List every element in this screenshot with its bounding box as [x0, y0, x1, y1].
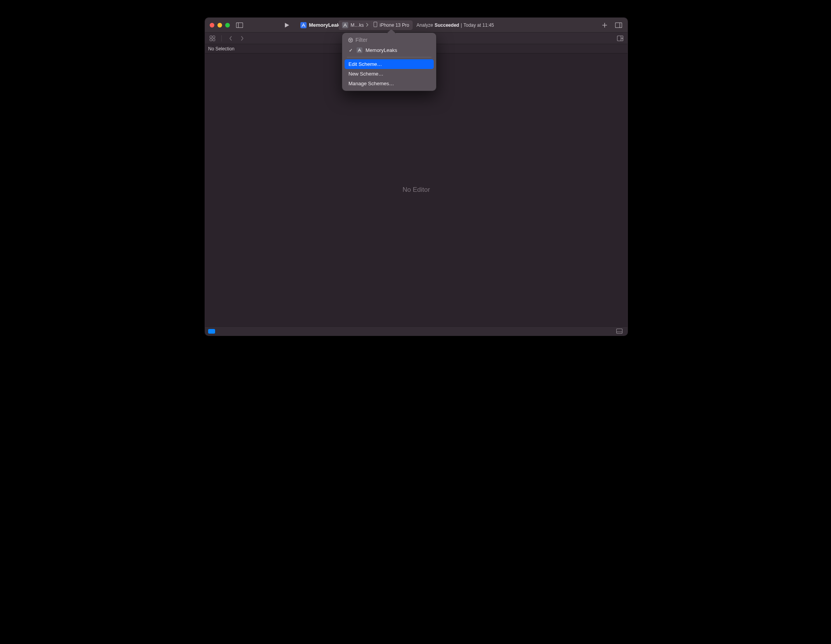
app-icon: [300, 22, 307, 28]
scheme-filter-row: [345, 35, 434, 45]
scheme-menu-popover: ✓ MemoryLeaks Edit Scheme… New Scheme… M…: [342, 33, 436, 91]
editor-placeholder: No Editor: [403, 186, 430, 194]
device-icon: [374, 22, 378, 28]
divider: [221, 35, 222, 41]
svg-rect-8: [210, 36, 212, 38]
menu-edit-scheme[interactable]: Edit Scheme…: [345, 59, 434, 69]
chevron-right-icon: [366, 22, 369, 28]
svg-rect-16: [617, 329, 622, 334]
status-result: Succeeded: [434, 22, 459, 28]
app-icon-small: [342, 22, 348, 28]
add-button[interactable]: [600, 20, 610, 30]
checkmark-icon: ✓: [348, 48, 353, 53]
toolbar-right: [600, 20, 624, 30]
filter-icon: [348, 37, 353, 43]
breadcrumb-text: No Selection: [208, 46, 234, 52]
status-action: Analyze: [417, 22, 433, 28]
scheme-selector-button[interactable]: M…ks: [339, 21, 371, 30]
toggle-left-sidebar-button[interactable]: [234, 20, 245, 30]
scheme-item-label: MemoryLeaks: [366, 47, 397, 53]
status-separator: |: [461, 22, 462, 28]
window-controls: [208, 23, 231, 28]
scheme-filter-input[interactable]: [355, 37, 431, 43]
app-stage: MemoryLeaks M…ks iPhone 13: [177, 0, 654, 370]
status-timestamp: Today at 11:45: [464, 22, 494, 28]
svg-rect-0: [236, 22, 243, 28]
svg-rect-10: [210, 39, 212, 41]
menu-new-scheme-label: New Scheme…: [348, 71, 383, 77]
debug-indicator[interactable]: [208, 329, 215, 334]
svg-rect-6: [615, 22, 622, 28]
scheme-name-truncated: M…ks: [351, 22, 364, 28]
history-forward-button[interactable]: [237, 33, 247, 43]
menu-edit-scheme-label: Edit Scheme…: [348, 61, 382, 67]
debug-bar: [205, 326, 628, 336]
navigator-grid-button[interactable]: [207, 33, 217, 43]
active-scheme[interactable]: MemoryLeaks: [300, 22, 343, 28]
toolbar: MemoryLeaks M…ks iPhone 13: [205, 18, 628, 33]
history-back-button[interactable]: [226, 33, 236, 43]
app-icon-small: [356, 47, 362, 53]
destination-label: iPhone 13 Pro: [380, 22, 409, 28]
minimize-window-button[interactable]: [217, 23, 222, 28]
menu-new-scheme[interactable]: New Scheme…: [345, 69, 434, 79]
menu-manage-schemes[interactable]: Manage Schemes…: [345, 79, 434, 88]
add-editor-button[interactable]: [615, 33, 625, 43]
menu-manage-schemes-label: Manage Schemes…: [348, 81, 394, 86]
toggle-debug-area-button[interactable]: [614, 326, 624, 336]
svg-rect-3: [374, 22, 377, 27]
scheme-item-memoryleaks[interactable]: ✓ MemoryLeaks: [345, 45, 434, 55]
activity-status: Analyze Succeeded | Today at 11:45: [417, 22, 494, 28]
svg-rect-9: [213, 36, 215, 38]
svg-rect-11: [213, 39, 215, 41]
editor-area: No Editor: [205, 53, 628, 326]
close-window-button[interactable]: [210, 23, 214, 28]
project-name-label: MemoryLeaks: [309, 22, 343, 28]
library-button[interactable]: [614, 20, 624, 30]
run-button[interactable]: [282, 20, 292, 30]
zoom-window-button[interactable]: [225, 23, 230, 28]
destination-selector-button[interactable]: iPhone 13 Pro: [371, 21, 413, 30]
scheme-destination-status: M…ks iPhone 13 Pro Analyze Succeeded | T…: [339, 21, 494, 30]
svg-marker-2: [285, 23, 289, 28]
menu-divider: [347, 57, 431, 57]
